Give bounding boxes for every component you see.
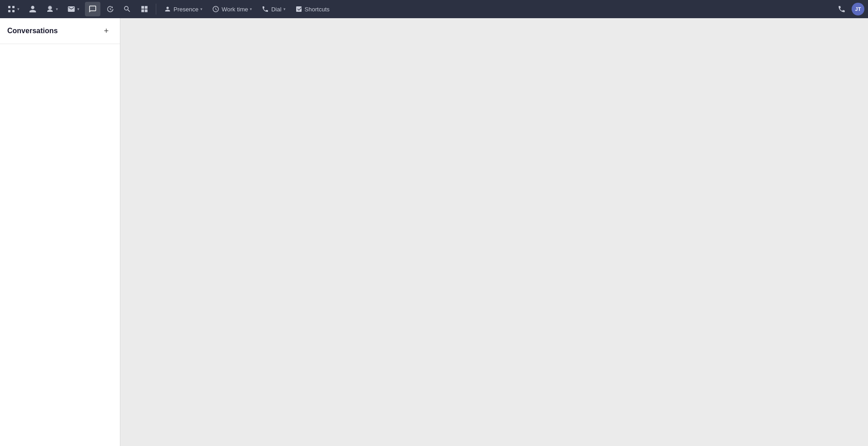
email-chevron-icon: ▾ xyxy=(77,7,79,11)
add-icon: + xyxy=(104,26,109,36)
contacts-icon xyxy=(29,5,37,13)
worktime-icon xyxy=(212,5,220,13)
main-layout: Conversations + xyxy=(0,18,868,446)
dial-chevron-icon: ▾ xyxy=(283,7,286,11)
svg-rect-0 xyxy=(8,6,10,8)
nav-history[interactable] xyxy=(102,2,118,16)
nav-presence[interactable]: Presence ▾ xyxy=(160,2,206,16)
nav-divider-1 xyxy=(156,4,156,15)
nav-worktime[interactable]: Work time ▾ xyxy=(208,2,256,16)
nav-contacts[interactable] xyxy=(25,2,40,16)
nav-logo[interactable]: ▾ xyxy=(4,2,23,16)
worktime-chevron-icon: ▾ xyxy=(250,7,252,11)
shortcuts-icon xyxy=(295,5,303,13)
add-conversation-button[interactable]: + xyxy=(100,25,113,37)
svg-rect-3 xyxy=(12,10,15,12)
dial-label: Dial xyxy=(271,6,281,13)
avatar-initials: JT xyxy=(855,6,861,12)
nav-grid2[interactable] xyxy=(137,2,152,16)
nav-phone-button[interactable] xyxy=(833,1,850,17)
dial-icon xyxy=(261,5,269,13)
nav-search[interactable] xyxy=(119,2,135,16)
logo-chevron-icon: ▾ xyxy=(17,7,20,11)
profile-icon xyxy=(46,5,54,13)
presence-chevron-icon: ▾ xyxy=(200,7,203,11)
email-icon xyxy=(67,5,75,13)
svg-point-4 xyxy=(49,6,51,9)
profile-chevron-icon: ▾ xyxy=(56,7,58,11)
worktime-label: Work time xyxy=(222,6,248,13)
main-content xyxy=(120,18,868,446)
history-icon xyxy=(106,5,114,13)
chat-icon xyxy=(89,5,97,13)
grid-icon xyxy=(7,5,15,13)
nav-profile[interactable]: ▾ xyxy=(42,2,62,16)
avatar[interactable]: JT xyxy=(852,3,864,15)
nav-shortcuts[interactable]: Shortcuts xyxy=(291,2,333,16)
nav-dial[interactable]: Dial ▾ xyxy=(258,2,289,16)
presence-icon xyxy=(164,5,172,13)
svg-rect-1 xyxy=(12,6,15,8)
presence-label: Presence xyxy=(174,6,198,13)
nav-chat[interactable] xyxy=(85,2,100,16)
nav-email[interactable]: ▾ xyxy=(64,2,83,16)
topbar: ▾ ▾ ▾ xyxy=(0,0,868,18)
grid2-icon xyxy=(140,5,149,13)
sidebar: Conversations + xyxy=(0,18,120,446)
conversations-list xyxy=(0,44,120,446)
shortcuts-label: Shortcuts xyxy=(305,6,330,13)
search-icon xyxy=(123,5,131,13)
svg-rect-2 xyxy=(8,10,10,12)
sidebar-header: Conversations + xyxy=(0,18,120,44)
sidebar-title: Conversations xyxy=(7,27,58,35)
